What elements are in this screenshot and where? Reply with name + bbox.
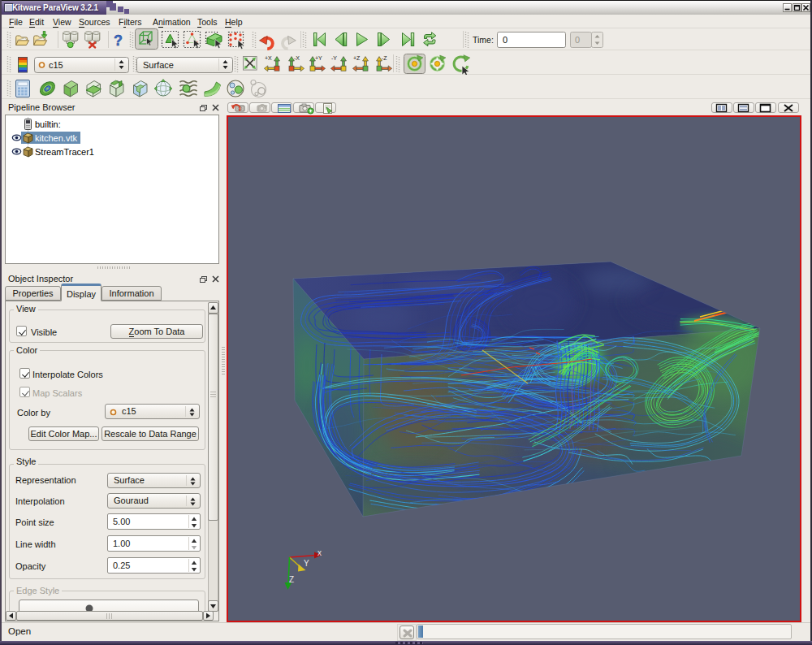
svg-text:+Z: +Z — [353, 55, 361, 61]
svg-text:0: 0 — [503, 35, 508, 45]
svg-text:-Y: -Y — [331, 55, 337, 61]
svg-text:Z: Z — [289, 575, 294, 584]
svg-text:kitchen.vtk: kitchen.vtk — [35, 133, 77, 143]
svg-text:?: ? — [114, 32, 123, 49]
svg-text:+Y: +Y — [315, 55, 322, 61]
svg-text:x: x — [317, 548, 322, 557]
svg-text:StreamTracer1: StreamTracer1 — [35, 147, 94, 157]
svg-text:Time:: Time: — [473, 35, 494, 45]
svg-text:Y: Y — [304, 559, 309, 568]
svg-text:Surface: Surface — [143, 60, 174, 70]
svg-text:-X: -X — [294, 55, 300, 61]
svg-text:+X: +X — [265, 55, 272, 61]
svg-text:-Z: -Z — [382, 55, 387, 61]
svg-text:c15: c15 — [49, 60, 63, 70]
svg-text:builtin:: builtin: — [35, 119, 61, 129]
svg-text:0: 0 — [575, 35, 580, 45]
